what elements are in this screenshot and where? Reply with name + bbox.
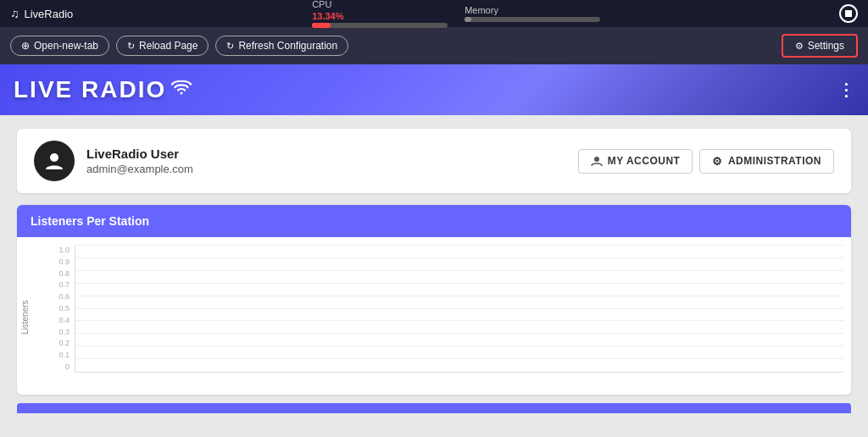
- grid-line-4: [75, 320, 844, 321]
- user-details: LiveRadio User admin@example.com: [86, 147, 193, 175]
- refresh-config-button[interactable]: ↻ Refresh Configuration: [215, 36, 348, 56]
- svg-point-1: [594, 157, 599, 162]
- svg-point-0: [50, 153, 58, 162]
- bottom-hint-bar: [17, 403, 851, 413]
- cpu-label: CPU: [312, 0, 448, 9]
- cpu-bar-fill: [312, 23, 330, 28]
- settings-gear-icon: ⚙: [795, 41, 804, 52]
- banner-title-section: LIVE RADIO: [14, 76, 193, 103]
- refresh-config-icon: ↻: [226, 41, 234, 52]
- grid-line-7: [75, 283, 844, 284]
- y-tick-07: 0.7: [42, 280, 73, 289]
- grid-line-10: [75, 245, 844, 246]
- account-icon: [591, 155, 603, 167]
- admin-gear-icon: ⚙: [712, 155, 723, 168]
- administration-button[interactable]: ⚙ ADMINISTRATION: [699, 149, 834, 174]
- grid-line-5: [75, 308, 844, 309]
- avatar: [34, 141, 75, 181]
- user-email: admin@example.com: [86, 163, 193, 175]
- y-tick-03: 0.3: [42, 328, 73, 336]
- administration-label: ADMINISTRATION: [728, 155, 821, 167]
- grid-line-1: [75, 358, 844, 359]
- toolbar: ⊕ Open-new-tab ↻ Reload Page ↻ Refresh C…: [0, 27, 868, 64]
- y-tick-06: 0.6: [42, 292, 73, 301]
- reload-icon: ↻: [127, 41, 135, 52]
- open-new-tab-label: Open-new-tab: [34, 40, 98, 52]
- cpu-value: 13.34%: [312, 11, 448, 21]
- music-note-icon: ♫: [10, 7, 19, 20]
- grid-line-6: [75, 296, 844, 296]
- my-account-label: MY ACCOUNT: [608, 155, 681, 167]
- open-new-tab-button[interactable]: ⊕ Open-new-tab: [10, 36, 109, 56]
- memory-label: Memory: [465, 5, 600, 15]
- user-actions: MY ACCOUNT ⚙ ADMINISTRATION: [578, 149, 834, 174]
- y-axis: 0 0.1 0.2 0.3 0.4 0.5 0.6 0.7 0.8 0.9 1.…: [42, 246, 73, 373]
- settings-label: Settings: [808, 40, 844, 52]
- system-metrics: CPU 13.34% Memory: [312, 0, 600, 28]
- chart-header: Listeners Per Station: [17, 205, 851, 237]
- y-tick-09: 0.9: [42, 257, 73, 266]
- live-radio-title: LIVE RADIO: [14, 76, 166, 103]
- grid-line-2: [75, 346, 844, 346]
- reload-page-label: Reload Page: [139, 40, 198, 52]
- y-tick-01: 0.1: [42, 351, 73, 359]
- y-axis-label: Listeners: [17, 246, 42, 390]
- y-tick-02: 0.2: [42, 339, 73, 347]
- cpu-metric: CPU 13.34%: [312, 0, 448, 28]
- memory-bar: [465, 17, 600, 22]
- banner-menu-icon[interactable]: ⋮: [837, 80, 854, 100]
- banner: LIVE RADIO ⋮: [0, 64, 868, 115]
- stop-button[interactable]: [839, 4, 858, 23]
- grid-area: [75, 246, 844, 373]
- y-tick-0: 0: [42, 362, 73, 371]
- y-tick-04: 0.4: [42, 316, 73, 324]
- y-tick-05: 0.5: [42, 304, 73, 313]
- user-card: LiveRadio User admin@example.com MY ACCO…: [17, 129, 851, 193]
- title-bar: ♫ LiveRadio CPU 13.34% Memory: [0, 0, 868, 27]
- open-tab-icon: ⊕: [21, 40, 30, 52]
- y-tick-08: 0.8: [42, 269, 73, 278]
- toolbar-left: ⊕ Open-new-tab ↻ Reload Page ↻ Refresh C…: [10, 36, 348, 56]
- stop-icon: [845, 10, 852, 17]
- settings-button[interactable]: ⚙ Settings: [782, 34, 858, 58]
- cpu-bar: [312, 23, 448, 28]
- chart-title: Listeners Per Station: [31, 214, 149, 228]
- app-title-section: ♫ LiveRadio: [10, 7, 73, 20]
- app-title: LiveRadio: [25, 8, 74, 20]
- y-tick-10: 1.0: [42, 246, 73, 254]
- chart-body: Listeners 0 0.1 0.2 0.3 0.4 0.5 0.6 0.7 …: [17, 237, 851, 395]
- grid-line-9: [75, 257, 844, 258]
- refresh-config-label: Refresh Configuration: [238, 40, 337, 52]
- grid-line-3: [75, 333, 844, 334]
- user-info: LiveRadio User admin@example.com: [34, 141, 193, 181]
- my-account-button[interactable]: MY ACCOUNT: [578, 149, 693, 174]
- chart-section: Listeners Per Station Listeners 0 0.1 0.…: [17, 205, 851, 395]
- reload-page-button[interactable]: ↻ Reload Page: [116, 36, 209, 56]
- memory-metric: Memory: [465, 5, 600, 22]
- memory-bar-fill: [465, 17, 471, 22]
- user-name: LiveRadio User: [86, 147, 193, 161]
- main-content: LiveRadio User admin@example.com MY ACCO…: [0, 115, 868, 437]
- grid-line-8: [75, 270, 844, 271]
- wifi-icon: [170, 78, 193, 102]
- chart-area: 0 0.1 0.2 0.3 0.4 0.5 0.6 0.7 0.8 0.9 1.…: [42, 246, 851, 390]
